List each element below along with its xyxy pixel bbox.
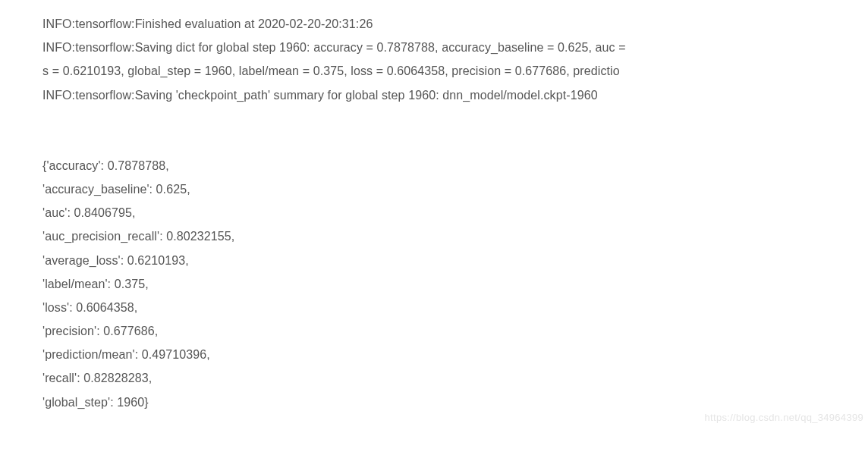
dict-line: 'recall': 0.82828283, — [42, 366, 868, 390]
dict-line: 'precision': 0.677686, — [42, 319, 868, 343]
dict-line: {'accuracy': 0.7878788, — [42, 154, 868, 177]
log-line: INFO:tensorflow:Saving 'checkpoint_path'… — [42, 85, 868, 105]
watermark-text: https://blog.csdn.net/qq_34964399 — [705, 409, 863, 426]
dict-output-block: {'accuracy': 0.7878788, 'accuracy_baseli… — [42, 154, 868, 414]
dict-line: 'loss': 0.6064358, — [42, 296, 868, 319]
dict-line: 'average_loss': 0.6210193, — [42, 249, 868, 272]
dict-line: 'prediction/mean': 0.49710396, — [42, 343, 868, 366]
log-output-block: INFO:tensorflow:Finished evaluation at 2… — [42, 14, 868, 105]
log-line: INFO:tensorflow:Finished evaluation at 2… — [42, 14, 868, 34]
dict-line: 'label/mean': 0.375, — [42, 272, 868, 296]
dict-line: 'auc_precision_recall': 0.80232155, — [42, 224, 868, 248]
log-line: s = 0.6210193, global_step = 1960, label… — [42, 61, 868, 81]
log-line: INFO:tensorflow:Saving dict for global s… — [42, 37, 868, 58]
dict-line: 'auc': 0.8406795, — [42, 201, 868, 224]
dict-line: 'accuracy_baseline': 0.625, — [42, 177, 868, 201]
